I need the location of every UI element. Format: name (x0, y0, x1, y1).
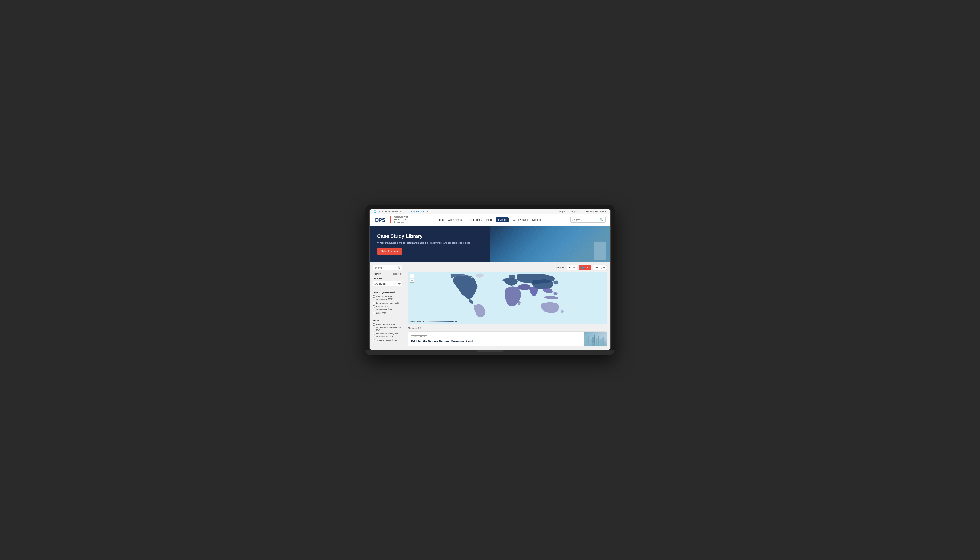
filter-label: Filter by: (373, 273, 381, 275)
laptop-frame: 🌐 An official website of the OECD. Find … (366, 205, 614, 355)
map-legend-label: Innovations: (411, 321, 422, 323)
map-view-button[interactable]: 🌐 Map (579, 265, 591, 270)
sector-label: Sector (373, 319, 402, 322)
logo: OPS| Observatory of Public Sector Innova… (374, 216, 407, 224)
checkbox-local: Local government (118) (373, 302, 402, 304)
svg-rect-11 (585, 343, 606, 346)
top-bar-left: 🌐 An official website of the OECD. Find … (374, 210, 428, 213)
nav-search-button[interactable]: 🔍 (598, 217, 605, 222)
checkbox-other: Other (67) (373, 312, 402, 315)
top-bar-right: Log In | Register | Sélectionner une lan (559, 210, 606, 213)
map-zoom-controls: + − (410, 274, 414, 283)
main-content: 🔍 Filter by: Reset all Countries Any cou… (370, 262, 610, 350)
submit-case-button[interactable]: Submit a case (377, 248, 402, 255)
sidebar-search-input[interactable] (373, 265, 396, 270)
checkbox-public-admin-input[interactable] (373, 323, 375, 326)
logo-text: Observatory of Public Sector Innovation (394, 216, 407, 224)
nav-links: About Work Areas Resources Blog Events G… (437, 217, 541, 222)
view-controls: View as: ☰ List 🌐 Map Sort by (408, 265, 607, 270)
world-map: + − (408, 272, 607, 324)
hero-content: Case Study Library Where innovations are… (370, 228, 478, 260)
globe-icon: 🌐 (374, 210, 376, 213)
reset-all-link[interactable]: Reset all (393, 273, 402, 275)
hero-section: Case Study Library Where innovations are… (370, 226, 610, 262)
nav-resources[interactable]: Resources (467, 217, 482, 222)
laptop-base (366, 350, 614, 355)
find-out-more-link[interactable]: Find out more (411, 210, 425, 213)
sector-filter: Sector Public administration modernisati… (373, 319, 402, 342)
map-icon: 🌐 (581, 266, 584, 269)
checkbox-national-label: National/Federal government (337) (376, 295, 402, 301)
hero-subtitle: Where innovations are collected and shar… (377, 241, 471, 245)
checkbox-national-input[interactable] (373, 295, 375, 298)
sidebar-search[interactable]: 🔍 (373, 265, 402, 270)
checkbox-public-admin: Public administration modernisation and … (373, 323, 402, 332)
card-title: Bridging the Barriers Between Government… (411, 340, 581, 343)
world-map-svg (408, 272, 607, 320)
view-as-label: View as: (556, 266, 565, 269)
country-dropdown[interactable]: Any country (373, 281, 402, 287)
case-study-card[interactable]: CASE STUDY Bridging the Barriers Between… (408, 331, 607, 347)
skyline-svg (584, 332, 607, 346)
sort-dropdown[interactable]: Sort by (593, 265, 607, 270)
nav-get-involved[interactable]: Get Involved (513, 217, 528, 222)
content-area: View as: ☰ List 🌐 Map Sort by (405, 262, 610, 350)
checkbox-info-society-input[interactable] (373, 333, 375, 335)
map-legend-min: 0 (423, 321, 424, 323)
checkbox-info-society-label: Information society and digitalisation (… (376, 332, 402, 338)
checkbox-other-input[interactable] (373, 312, 375, 314)
top-bar: 🌐 An official website of the OECD. Find … (370, 210, 610, 214)
checkbox-info-society: Information society and digitalisation (… (373, 332, 402, 338)
register-link[interactable]: Register (571, 210, 580, 213)
list-label: List (571, 266, 575, 269)
list-view-button[interactable]: ☰ List (567, 265, 577, 270)
checkbox-local-input[interactable] (373, 302, 375, 304)
nav-search-input[interactable] (571, 218, 598, 222)
checkbox-regional-label: Regional/State government (79) (376, 305, 402, 311)
official-text: An official website of the OECD. (377, 210, 410, 213)
zoom-out-button[interactable]: − (410, 278, 414, 283)
sidebar: 🔍 Filter by: Reset all Countries Any cou… (370, 262, 405, 350)
nav-events[interactable]: Events (496, 217, 509, 222)
navigation: OPS| Observatory of Public Sector Innova… (370, 214, 610, 226)
zoom-in-button[interactable]: + (410, 274, 414, 278)
hero-image (490, 226, 610, 262)
nav-contact[interactable]: Contact (532, 217, 541, 222)
checkbox-national: National/Federal government (337) (373, 295, 402, 301)
login-link[interactable]: Log In (559, 210, 566, 213)
language-select[interactable]: Sélectionner une lan (586, 210, 606, 213)
nav-work-areas[interactable]: Work Areas (448, 217, 464, 222)
card-content: CASE STUDY Bridging the Barriers Between… (409, 332, 584, 346)
hero-title: Case Study Library (377, 233, 471, 239)
logo-opsi: OPS| (374, 217, 386, 223)
list-icon: ☰ (569, 266, 571, 269)
level-of-government-filter: Level of government National/Federal gov… (373, 291, 402, 315)
checkbox-local-label: Local government (118) (376, 302, 399, 304)
checkbox-public-admin-label: Public administration modernisation and … (376, 323, 402, 332)
countries-filter: Countries Any country (373, 277, 402, 287)
checkbox-other-label: Other (67) (376, 312, 386, 315)
sidebar-search-button[interactable]: 🔍 (396, 265, 402, 270)
filter-header: Filter by: Reset all (373, 273, 402, 275)
checkbox-regional-input[interactable] (373, 305, 375, 308)
nav-blog[interactable]: Blog (486, 217, 492, 222)
checkbox-science: Science, research, and... (373, 339, 402, 342)
card-image (584, 332, 607, 346)
countries-label: Countries (373, 277, 402, 280)
checkbox-regional: Regional/State government (79) (373, 305, 402, 311)
checkbox-science-input[interactable] (373, 339, 375, 342)
showing-count: Showing 601 (408, 327, 607, 330)
level-of-government-label: Level of government (373, 291, 402, 294)
map-legend-max: 59 (455, 321, 457, 323)
map-legend: Innovations: 0 59 (408, 320, 607, 324)
map-label: Map (585, 266, 589, 269)
logo-divider (390, 217, 391, 223)
nav-search[interactable]: 🔍 (571, 217, 606, 223)
laptop-screen: 🌐 An official website of the OECD. Find … (369, 209, 611, 350)
map-legend-bar (426, 321, 454, 322)
checkbox-science-label: Science, research, and... (376, 339, 400, 342)
card-badge: CASE STUDY (411, 335, 427, 338)
dropdown-icon: ▾ (427, 210, 428, 213)
nav-about[interactable]: About (437, 217, 444, 222)
